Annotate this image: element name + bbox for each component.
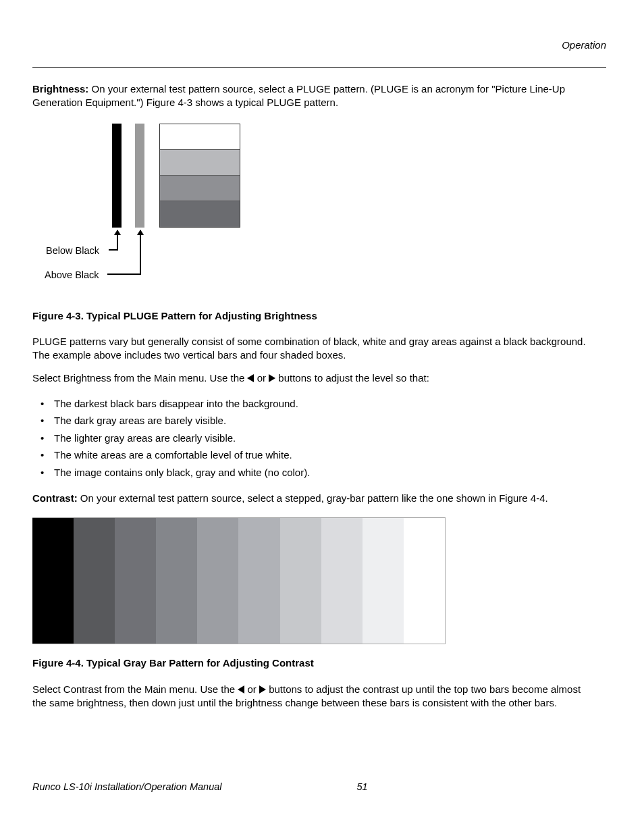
gray-step-1: [32, 518, 74, 644]
figure-4-4-caption: Figure 4-4. Typical Gray Bar Pattern for…: [32, 656, 586, 670]
label-below-black: Below Black: [46, 245, 99, 256]
gray-step-7: [280, 518, 321, 644]
right-arrow-icon: [259, 685, 266, 694]
left-arrow-icon: [238, 685, 244, 694]
pluge-shaded-boxes: [159, 124, 240, 228]
contrast-instruction: Select Contrast from the Main menu. Use …: [32, 683, 586, 710]
contrast-instr-mid: or: [244, 683, 259, 695]
right-arrow-icon: [269, 374, 275, 382]
brightness-instr-mid: or: [254, 372, 269, 384]
page-footer: Runco LS-10i Installation/Operation Manu…: [32, 781, 606, 792]
gray-step-8: [321, 518, 363, 644]
gray-step-2: [74, 518, 115, 644]
pluge-bar-above-black: [135, 124, 144, 228]
gray-step-5: [197, 518, 238, 644]
brightness-instr-post: buttons to adjust the level so that:: [275, 372, 429, 384]
brightness-instr-pre: Select Brightness from the Main menu. Us…: [32, 372, 247, 384]
gray-step-10: [404, 518, 445, 644]
gray-step-6: [238, 518, 279, 644]
pluge-box-2: [160, 150, 240, 176]
section-header: Operation: [32, 39, 606, 51]
list-item: The lighter gray areas are clearly visib…: [45, 429, 586, 447]
pluge-box-3: [160, 176, 240, 201]
page-number: 51: [357, 781, 368, 792]
contrast-paragraph: Contrast: On your external test pattern …: [32, 492, 586, 505]
brightness-text: On your external test pattern source, se…: [32, 83, 565, 108]
brightness-instruction: Select Brightness from the Main menu. Us…: [32, 371, 586, 385]
list-item: The dark gray areas are barely visible.: [45, 412, 586, 429]
arrow-above-black-icon: [140, 230, 141, 275]
label-above-black: Above Black: [45, 269, 99, 280]
contrast-label: Contrast:: [32, 492, 78, 504]
figure-4-4-graybar: [32, 517, 446, 644]
contrast-instr-pre: Select Contrast from the Main menu. Use …: [32, 683, 238, 695]
contrast-text: On your external test pattern source, se…: [78, 492, 548, 504]
manual-title: Runco LS-10i Installation/Operation Manu…: [32, 781, 222, 792]
brightness-label: Brightness:: [32, 83, 88, 95]
brightness-paragraph: Brightness: On your external test patter…: [32, 82, 586, 110]
rule: [32, 67, 606, 68]
gray-step-3: [115, 518, 156, 644]
figure-4-3-diagram: Below Black Above Black: [38, 124, 308, 289]
figure-4-3-caption: Figure 4-3. Typical PLUGE Pattern for Ad…: [32, 309, 586, 323]
gray-step-9: [363, 518, 404, 644]
arrow-below-black-icon: [117, 230, 118, 251]
list-item: The darkest black bars disappear into th…: [45, 395, 586, 413]
left-arrow-icon: [247, 374, 254, 382]
brightness-bullet-list: The darkest black bars disappear into th…: [32, 395, 586, 481]
gray-step-4: [156, 518, 197, 644]
pluge-description: PLUGE patterns vary but generally consis…: [32, 335, 586, 363]
list-item: The white areas are a comfortable level …: [45, 446, 586, 464]
pluge-box-1: [160, 124, 240, 150]
pluge-bar-below-black: [112, 124, 122, 228]
list-item: The image contains only black, gray and …: [45, 464, 586, 481]
pluge-box-4: [160, 201, 240, 226]
